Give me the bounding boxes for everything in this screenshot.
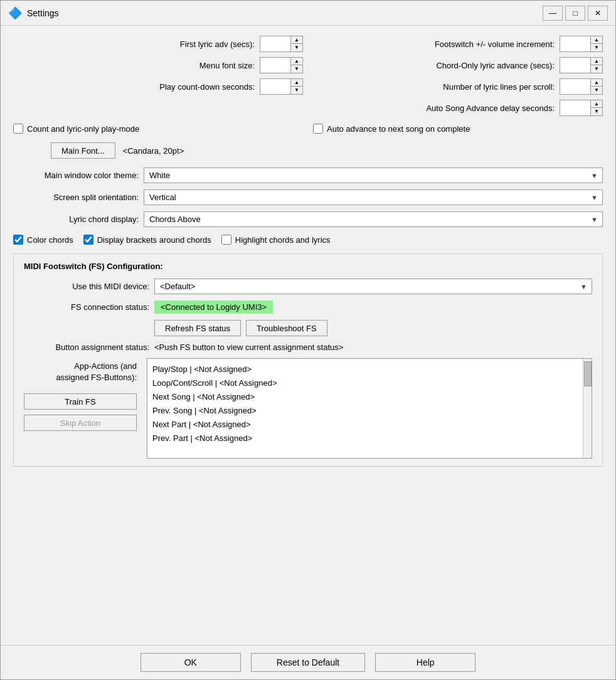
highlight-chords-row: Highlight chords and lyrics [221, 235, 331, 245]
maximize-button[interactable]: □ [565, 6, 585, 21]
button-assignment-row: Button assignment status: <Push FS butto… [24, 343, 592, 352]
main-window-color-row: Main window color theme: White ▼ [13, 167, 603, 183]
count-lyric-only-label: Count and lyric-only play-mode [27, 124, 139, 134]
troubleshoot-fs-button[interactable]: Troubleshoot FS [246, 320, 327, 336]
actions-left: App-Actions (andassigned FS-Buttons): Tr… [24, 358, 137, 431]
play-countdown-input[interactable]: 0 [260, 79, 290, 94]
screen-split-select[interactable]: Vertical [144, 189, 603, 205]
footswitch-volume-up[interactable]: ▲ [591, 36, 602, 44]
first-lyric-adv-down[interactable]: ▼ [291, 44, 302, 51]
auto-song-advance-spinbox[interactable]: 15 ▲ ▼ [560, 100, 603, 116]
first-lyric-adv-btns: ▲ ▼ [290, 36, 302, 51]
lyric-chord-label: Lyric chord display: [13, 215, 139, 224]
app-actions-label: App-Actions (andassigned FS-Buttons): [56, 361, 137, 382]
lyric-lines-scroll-btns: ▲ ▼ [590, 79, 602, 94]
first-lyric-adv-input[interactable]: -0.5 [260, 36, 290, 51]
title-bar-controls: — □ ✕ [543, 6, 608, 21]
list-item: Next Part | <Not Assigned> [152, 418, 578, 432]
auto-song-advance-row: Auto Song Advance delay seconds: 15 ▲ ▼ [313, 100, 603, 116]
play-countdown-btns: ▲ ▼ [290, 79, 302, 94]
lyric-lines-scroll-spinbox[interactable]: 6 ▲ ▼ [560, 78, 603, 95]
settings-window: 🔷 Settings — □ ✕ First lyric adv (secs):… [0, 0, 616, 680]
display-brackets-checkbox[interactable] [83, 235, 93, 245]
fs-connection-row: FS connection status: <Connected to Logi… [24, 300, 592, 314]
top-fields: First lyric adv (secs): -0.5 ▲ ▼ Menu fo… [13, 36, 603, 116]
footswitch-volume-row: Footswitch +/- volume increment: 10 ▲ ▼ [313, 36, 603, 52]
play-countdown-spinbox[interactable]: 0 ▲ ▼ [260, 78, 303, 95]
chord-only-lyric-input[interactable]: 0.0 [560, 58, 590, 73]
auto-song-advance-down[interactable]: ▼ [591, 108, 602, 115]
lyric-lines-scroll-up[interactable]: ▲ [591, 79, 602, 87]
menu-font-size-row: Menu font size: 10 ▲ ▼ [13, 57, 303, 73]
first-lyric-adv-label: First lyric adv (secs): [180, 40, 255, 49]
list-item: Loop/Cont/Scroll | <Not Assigned> [152, 376, 578, 390]
scrollbar-track[interactable] [583, 359, 592, 458]
lyric-lines-scroll-down[interactable]: ▼ [591, 87, 602, 94]
scrollbar-handle[interactable] [584, 361, 592, 386]
midi-device-label: Use this MIDI device: [24, 282, 149, 291]
chord-only-lyric-spinbox[interactable]: 0.0 ▲ ▼ [560, 57, 603, 73]
skip-action-button[interactable]: Skip Action [24, 415, 137, 431]
main-window-color-wrapper[interactable]: White ▼ [144, 167, 603, 183]
display-brackets-label: Display brackets around chords [97, 235, 211, 245]
first-lyric-adv-row: First lyric adv (secs): -0.5 ▲ ▼ [13, 36, 303, 52]
title-bar: 🔷 Settings — □ ✕ [1, 1, 615, 26]
window-title: Settings [27, 8, 59, 18]
first-lyric-adv-up[interactable]: ▲ [291, 36, 302, 44]
main-font-button[interactable]: Main Font... [51, 142, 115, 159]
menu-font-size-btns: ▲ ▼ [290, 58, 302, 73]
chord-only-lyric-row: Chord-Only lyric advance (secs): 0.0 ▲ ▼ [313, 57, 603, 73]
play-countdown-label: Play count-down seconds: [159, 82, 255, 92]
chord-only-lyric-up[interactable]: ▲ [591, 58, 602, 65]
fs-connection-status: <Connected to Logidy UMI3> [154, 300, 273, 314]
first-lyric-adv-spinbox[interactable]: -0.5 ▲ ▼ [260, 36, 303, 52]
footer: OK Reset to Default Help [1, 645, 615, 679]
auto-song-advance-label: Auto Song Advance delay seconds: [426, 104, 555, 113]
screen-split-wrapper[interactable]: Vertical ▼ [144, 189, 603, 205]
auto-advance-checkbox[interactable] [313, 124, 323, 134]
chord-only-lyric-down[interactable]: ▼ [591, 65, 602, 73]
auto-song-advance-up[interactable]: ▲ [591, 100, 602, 108]
footswitch-volume-down[interactable]: ▼ [591, 44, 602, 51]
close-button[interactable]: ✕ [588, 6, 608, 21]
highlight-chords-checkbox[interactable] [221, 235, 231, 245]
lyric-chord-wrapper[interactable]: Chords Above ▼ [144, 211, 603, 227]
menu-font-size-input[interactable]: 10 [260, 58, 290, 73]
minimize-button[interactable]: — [543, 6, 563, 21]
settings-content: First lyric adv (secs): -0.5 ▲ ▼ Menu fo… [1, 26, 615, 645]
ok-button[interactable]: OK [141, 653, 241, 672]
lyric-lines-scroll-row: Number of lyric lines per scroll: 6 ▲ ▼ [313, 78, 603, 95]
menu-font-size-spinbox[interactable]: 10 ▲ ▼ [260, 57, 303, 73]
footswitch-volume-input[interactable]: 10 [560, 36, 590, 51]
color-chords-label: Color chords [27, 235, 73, 245]
lyric-lines-scroll-label: Number of lyric lines per scroll: [443, 82, 555, 92]
play-countdown-up[interactable]: ▲ [291, 79, 302, 87]
screen-split-label: Screen split orientation: [13, 193, 139, 202]
highlight-chords-label: Highlight chords and lyrics [235, 235, 331, 245]
midi-section-title: MIDI Footswitch (FS) Configuration: [24, 262, 592, 271]
button-assignment-label: Button assignment status: [24, 343, 149, 352]
footswitch-volume-spinbox[interactable]: 10 ▲ ▼ [560, 36, 603, 52]
fs-connection-label: FS connection status: [24, 302, 149, 312]
train-fs-button[interactable]: Train FS [24, 393, 137, 410]
chord-checkboxes-row: Color chords Display brackets around cho… [13, 235, 603, 245]
count-lyric-only-checkbox[interactable] [13, 124, 23, 134]
auto-song-advance-input[interactable]: 15 [560, 100, 590, 115]
count-lyric-only-row: Count and lyric-only play-mode [13, 124, 303, 134]
lyric-lines-scroll-input[interactable]: 6 [560, 79, 590, 94]
menu-font-size-up[interactable]: ▲ [291, 58, 302, 65]
lyric-chord-select[interactable]: Chords Above [144, 211, 603, 227]
checkbox-rows: Count and lyric-only play-mode Auto adva… [13, 124, 603, 134]
list-item: Play/Stop | <Not Assigned> [152, 363, 578, 376]
title-bar-left: 🔷 Settings [8, 6, 59, 20]
refresh-fs-button[interactable]: Refresh FS status [154, 320, 241, 336]
menu-font-size-down[interactable]: ▼ [291, 65, 302, 73]
color-chords-checkbox[interactable] [13, 235, 23, 245]
reset-button[interactable]: Reset to Default [251, 653, 365, 672]
auto-advance-label: Auto advance to next song on complete [327, 124, 470, 134]
midi-device-select[interactable]: <Default> [154, 279, 592, 294]
main-window-color-select[interactable]: White [144, 167, 603, 183]
help-button[interactable]: Help [375, 653, 475, 672]
midi-device-wrapper[interactable]: <Default> ▼ [154, 279, 592, 294]
play-countdown-down[interactable]: ▼ [291, 87, 302, 94]
